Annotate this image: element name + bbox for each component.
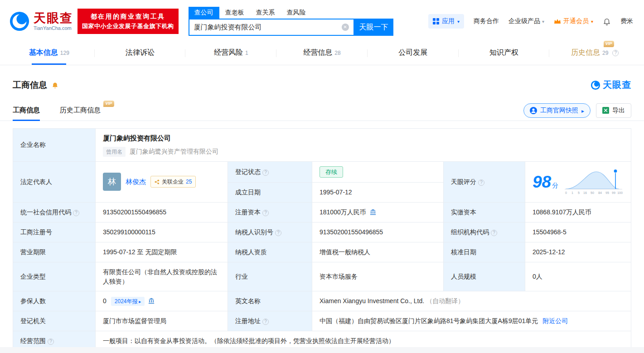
- subtab-history-business-info[interactable]: 历史工商信息 VIP: [60, 100, 101, 121]
- cell-industry: 资本市场服务: [312, 262, 444, 291]
- label-org-code: 组织机构代码: [444, 222, 525, 242]
- label-reg-authority: 登记机关: [13, 311, 96, 331]
- bank-icon[interactable]: [148, 298, 155, 304]
- logo-text: 天眼查 TianYanCha.com: [34, 12, 73, 31]
- tab-company-development[interactable]: 公司发展: [368, 41, 459, 65]
- label-establish-date: 成立日期: [228, 183, 312, 203]
- svg-text:95: 95: [605, 191, 609, 194]
- official-snapshot-button[interactable]: 工商官网快照: [523, 103, 591, 118]
- tab-label-wrap: VIP 历史信息 29: [571, 48, 619, 58]
- search-input[interactable]: [194, 24, 342, 31]
- help-icon[interactable]: [262, 169, 269, 176]
- subscribe-bell-icon[interactable]: [51, 81, 59, 89]
- row-company-type: 企业类型 有限责任公司（非自然人投资或控股的法人独资） 行业 资本市场服务 人员…: [13, 262, 631, 291]
- legal-rep: 林 林俊杰 关联企业 25: [103, 173, 220, 191]
- label-company-name: 企业名称: [13, 129, 96, 162]
- promo-banner: 都在用的商业查询工具 国家中小企业发展子基金旗下机构: [77, 9, 179, 34]
- chevron-down-icon: [457, 19, 460, 24]
- help-icon[interactable]: [612, 50, 619, 56]
- subtab-business-info[interactable]: 工商信息: [13, 100, 40, 121]
- former-name-line: 曾用名 厦门象屿鹭兴资产管理有限公司: [103, 147, 624, 157]
- related-companies-badge[interactable]: 关联企业 25: [150, 176, 196, 188]
- related-companies-label: 关联企业: [162, 178, 184, 186]
- cell-score: 98分 0 1 5 16 50 84: [525, 161, 631, 203]
- person-circle-icon: [530, 107, 537, 114]
- cell-company-name: 厦门象屿投资有限公司 曾用名 厦门象屿鹭兴资产管理有限公司: [96, 129, 631, 162]
- svg-text:16: 16: [583, 191, 587, 194]
- tab-operation-risk[interactable]: 经营风险 1: [185, 41, 276, 65]
- search-tab-boss[interactable]: 查老板: [219, 7, 250, 19]
- legal-rep-name-link[interactable]: 林俊杰: [126, 177, 146, 187]
- label-company-type: 企业类型: [13, 262, 96, 291]
- apps-menu[interactable]: 应用: [428, 14, 464, 29]
- top-header: 天眼查 TianYanCha.com 都在用的商业查询工具 国家中小企业发展子基…: [0, 0, 644, 41]
- score-unit: 分: [552, 182, 558, 189]
- former-name-badge: 曾用名: [103, 147, 126, 157]
- tab-history-info[interactable]: VIP 历史信息 29: [549, 41, 640, 65]
- relation-icon: [155, 179, 160, 184]
- label-english-name: 英文名称: [228, 291, 312, 311]
- cell-business-term: 1995-07-12 至 无固定期限: [96, 242, 228, 262]
- help-icon[interactable]: [48, 338, 54, 345]
- row-reg-authority: 登记机关 厦门市市场监督管理局 注册地址 中国（福建）自由贸易试验区厦门片区象屿…: [13, 311, 631, 331]
- tab-operation-info[interactable]: 经营信息 28: [276, 41, 368, 65]
- top-nav: 应用 商务合作 企业级产品 开通会员 费米: [428, 14, 633, 29]
- nav-enterprise[interactable]: 企业级产品: [508, 17, 544, 25]
- cell-company-type: 有限责任公司（非自然人投资或控股的法人独资）: [96, 262, 228, 291]
- english-name: Xiamen Xiangyu Investment Co., Ltd.: [320, 297, 424, 305]
- row-insured: 参保人数 02024年报 英文名称 Xiamen Xiangyu Investm…: [13, 291, 631, 311]
- notification-bell-icon[interactable]: [603, 17, 611, 25]
- tab-intellectual-property[interactable]: 知识产权: [459, 41, 550, 65]
- help-icon[interactable]: [275, 230, 281, 236]
- cell-credit-code: 913502001550496855: [96, 203, 228, 222]
- snapshot-label: 工商官网快照: [540, 106, 578, 115]
- chevron-down-icon: [542, 19, 544, 24]
- help-icon[interactable]: [478, 179, 484, 186]
- tab-count: 1: [245, 50, 248, 56]
- nav-open-vip[interactable]: 开通会员: [554, 17, 593, 25]
- tab-count: 28: [334, 50, 340, 56]
- company-section-tabs: 基本信息 129 法律诉讼 经营风险 1 经营信息 28 公司发展 知识产权 V…: [0, 41, 644, 65]
- auto-translate-note: （自动翻译）: [426, 297, 464, 305]
- help-icon[interactable]: [262, 319, 269, 325]
- score-wrap: 98分 0 1 5 16 50 84: [533, 168, 624, 196]
- help-icon[interactable]: [491, 230, 497, 236]
- crown-icon: [554, 19, 561, 24]
- user-name[interactable]: 费米: [620, 17, 633, 25]
- annual-report-badge[interactable]: 2024年报: [111, 297, 145, 306]
- tab-label: 经营风险: [214, 48, 243, 58]
- tianyancha-eye-icon: [591, 80, 600, 90]
- related-companies-count: 25: [186, 178, 192, 186]
- tab-label: 知识产权: [489, 48, 518, 58]
- search-tab-risk[interactable]: 查风险: [281, 7, 312, 19]
- cell-english-name: Xiamen Xiangyu Investment Co., Ltd.（自动翻译…: [312, 291, 631, 311]
- legal-rep-avatar[interactable]: 林: [103, 173, 121, 191]
- help-icon[interactable]: [73, 210, 79, 216]
- bottom-strip: [0, 347, 644, 353]
- label-taxpayer-id: 纳税人识别号: [228, 222, 312, 242]
- tab-count: 29: [602, 50, 608, 56]
- tianyancha-logo[interactable]: 天眼查 TianYanCha.com: [9, 11, 73, 32]
- tab-legal-proceedings[interactable]: 法律诉讼: [95, 41, 186, 65]
- nav-cooperation[interactable]: 商务合作: [474, 17, 499, 25]
- search-tab-company[interactable]: 查公司: [189, 7, 219, 19]
- tab-basic-info[interactable]: 基本信息 129: [4, 41, 95, 65]
- label-credit-code: 统一社会信用代码: [13, 203, 96, 222]
- cell-reg-number: 350299100000115: [96, 222, 228, 242]
- cell-address: 中国（福建）自由贸易试验区厦门片区象屿路81号象屿集团大厦A栋9层01单元附近公…: [312, 311, 631, 331]
- cell-taxpayer-quality: 增值税一般纳税人: [312, 242, 444, 262]
- search-tab-relation[interactable]: 查关系: [250, 7, 281, 19]
- svg-text:99: 99: [612, 191, 615, 194]
- cell-reg-authority: 厦门市市场监督管理局: [96, 311, 228, 331]
- cell-legal-rep: 林 林俊杰 关联企业 25: [96, 161, 228, 203]
- nearby-companies-link[interactable]: 附近公司: [542, 317, 568, 324]
- chevron-down-icon: [591, 19, 593, 24]
- bank-icon[interactable]: [370, 209, 376, 215]
- cell-establish-date: 1995-07-12: [312, 183, 444, 203]
- help-icon[interactable]: [262, 210, 269, 216]
- search-button[interactable]: 天眼一下: [354, 19, 393, 36]
- banner-line2: 国家中小企业发展子基金旗下机构: [82, 22, 174, 31]
- clear-icon[interactable]: [342, 24, 349, 31]
- business-info-table: 企业名称 厦门象屿投资有限公司 曾用名 厦门象屿鹭兴资产管理有限公司 法定代表人…: [13, 128, 631, 351]
- export-button[interactable]: 导出: [596, 103, 631, 118]
